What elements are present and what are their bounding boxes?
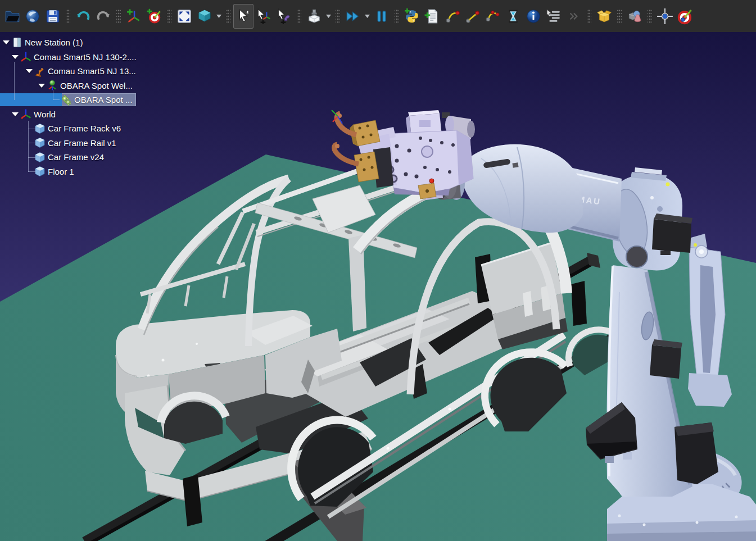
- select-tool-button[interactable]: [233, 4, 253, 29]
- fast-simulation-dropdown[interactable]: [363, 4, 372, 29]
- tree-item-label: Floor 1: [48, 167, 74, 176]
- move-joint-icon: [445, 8, 460, 24]
- check-collisions-dropdown[interactable]: [324, 4, 333, 29]
- cube-icon: [34, 166, 46, 177]
- show-message-instruction-button[interactable]: [523, 4, 544, 29]
- pause-instruction-button[interactable]: [503, 4, 523, 29]
- chevron-down-icon: [216, 15, 221, 18]
- frame-icon: [20, 51, 31, 62]
- tree-expander[interactable]: [37, 79, 47, 93]
- tree-item-obara-spot[interactable]: OBARA Spot ...: [0, 93, 136, 107]
- cursor-robot-icon: [276, 8, 292, 24]
- instruction-list-button[interactable]: [544, 4, 564, 29]
- tree-connector-horizontal: [53, 99, 60, 100]
- tree-expander[interactable]: [10, 50, 20, 64]
- toolbar-separator: [587, 9, 591, 24]
- fast-forward-icon: [345, 8, 361, 24]
- tree-item-floor-1[interactable]: Floor 1: [0, 165, 74, 179]
- toolbar-separator: [297, 9, 301, 24]
- save-icon: [45, 8, 61, 24]
- add-program-button[interactable]: [422, 4, 442, 29]
- tree-connector-horizontal: [28, 129, 35, 129]
- movel-instruction-button[interactable]: [463, 4, 483, 29]
- toolbar-separator: [648, 9, 652, 24]
- chevron-expanded-icon: [38, 84, 45, 88]
- redo-button[interactable]: [93, 4, 114, 29]
- open-online-library-button[interactable]: [22, 4, 43, 29]
- tree-item-new-station-1[interactable]: New Station (1): [0, 35, 83, 49]
- export-box-icon: [596, 8, 612, 24]
- toolbar-separator: [395, 9, 399, 24]
- tree-item-label: Car Frame v24: [48, 152, 104, 162]
- selected-item-chip: OBARA Spot ...: [60, 93, 136, 106]
- tree-connector-horizontal: [28, 143, 35, 143]
- isometric-view-dropdown[interactable]: [215, 4, 223, 29]
- tree-expander[interactable]: [1, 35, 11, 49]
- isometric-view-button[interactable]: [194, 4, 215, 29]
- station-tree: New Station (1)Comau Smart5 NJ 130-2....…: [0, 35, 236, 187]
- add-target-button[interactable]: [144, 4, 164, 29]
- tree-item-label: New Station (1): [25, 38, 83, 47]
- check-collisions-button[interactable]: [304, 4, 324, 29]
- teach-target-position-button[interactable]: [655, 4, 675, 29]
- tree-connector-horizontal: [28, 157, 35, 158]
- tree-item-car-frame-rack-v6[interactable]: Car Frame Rack v6: [0, 121, 121, 135]
- move-linear-icon: [465, 8, 481, 24]
- tree-item-comau-smart5-nj-130-2[interactable]: Comau Smart5 NJ 130-2....: [0, 50, 137, 64]
- movec-instruction-button[interactable]: [483, 4, 503, 29]
- instructions-icon: [546, 8, 562, 24]
- movej-instruction-button[interactable]: [442, 4, 463, 29]
- tree-item-car-frame-rail-v1[interactable]: Car Frame Rail v1: [0, 136, 116, 150]
- add-python-program-button[interactable]: [402, 4, 422, 29]
- undo-button[interactable]: [73, 4, 93, 29]
- add-target-icon: [146, 8, 162, 24]
- move-circular-icon: [485, 8, 501, 24]
- chevron-expanded-icon: [3, 40, 10, 44]
- tree-item-label: Comau Smart5 NJ 130-2....: [34, 52, 137, 62]
- frame-icon: [20, 108, 31, 120]
- tree-item-world[interactable]: World: [0, 107, 56, 121]
- undo-icon: [75, 8, 91, 24]
- globe-icon: [25, 8, 40, 24]
- toolbar-separator: [336, 9, 340, 24]
- tree-expander[interactable]: [10, 107, 20, 121]
- move-reference-frame-tool-button[interactable]: [253, 4, 274, 29]
- open-station-button[interactable]: [2, 4, 22, 29]
- tree-item-obara-spot-wel[interactable]: OBARA Spot Wel...: [0, 79, 133, 93]
- tree-item-car-frame-v24[interactable]: Car Frame v24: [0, 150, 104, 164]
- save-station-button[interactable]: [43, 4, 63, 29]
- tree-item-label: World: [34, 110, 56, 119]
- chevron-expanded-icon: [12, 112, 19, 116]
- export-simulation-button[interactable]: [594, 4, 614, 29]
- teach-target-here-button[interactable]: [675, 4, 695, 29]
- tree-item-label: OBARA Spot Wel...: [60, 81, 133, 90]
- tree-item-label: Car Frame Rack v6: [48, 124, 121, 133]
- station-icon: [11, 37, 22, 48]
- chevron-down-icon: [365, 15, 370, 18]
- fast-simulation-button[interactable]: [343, 4, 363, 29]
- wait-icon: [505, 8, 521, 24]
- python-icon: [404, 8, 420, 24]
- tree-expander[interactable]: [24, 64, 34, 78]
- tree-item-label: OBARA Spot ...: [74, 95, 132, 104]
- cursor-frame-icon: [256, 8, 271, 24]
- target-dart-icon: [677, 8, 694, 25]
- main-toolbar: [0, 0, 756, 32]
- toolbar-separator: [116, 9, 121, 24]
- tool-frame-icon: [47, 80, 58, 91]
- add-shape-button[interactable]: [624, 4, 645, 29]
- add-reference-frame-button[interactable]: [124, 4, 144, 29]
- open-folder-icon: [4, 8, 20, 24]
- tree-connector-vertical: [14, 62, 15, 100]
- add-frame-icon: [126, 8, 142, 24]
- chevron-expanded-icon: [26, 69, 33, 73]
- toolbar-separator: [167, 9, 171, 24]
- move-robot-tool-button[interactable]: [274, 4, 294, 29]
- pause-simulation-button[interactable]: [372, 4, 392, 29]
- tree-item-label: Car Frame Rail v1: [48, 138, 116, 148]
- gears-icon: [61, 94, 72, 106]
- toolbar-overflow-button[interactable]: [564, 4, 584, 29]
- toolbar-separator: [226, 9, 230, 24]
- fit-all-view-button[interactable]: [174, 4, 194, 29]
- tree-item-comau-smart5-nj-13[interactable]: Comau Smart5 NJ 13...: [0, 64, 136, 78]
